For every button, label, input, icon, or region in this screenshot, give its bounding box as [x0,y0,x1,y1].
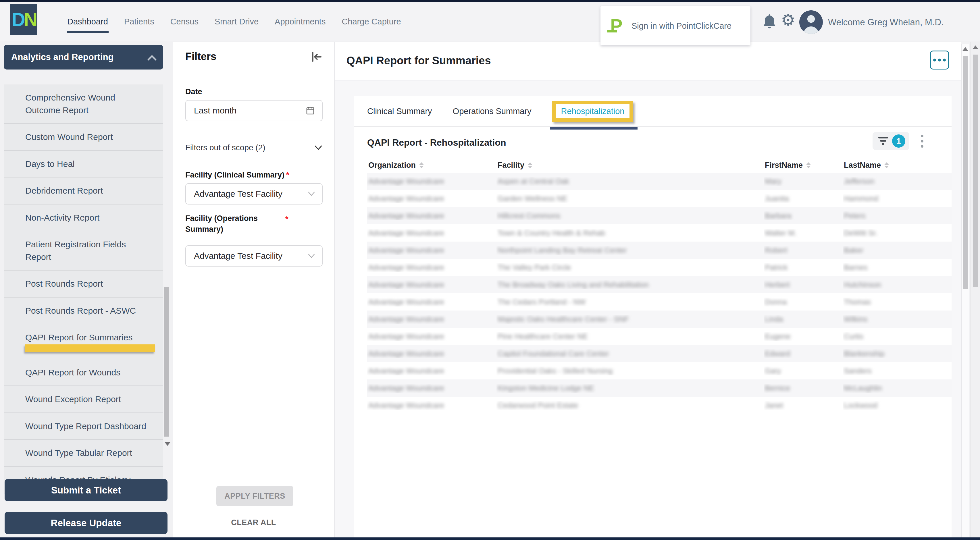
table-filter-button[interactable]: 1 [873,132,909,150]
column-header-organization[interactable]: Organization [367,161,496,170]
table-cell-lastname: Wilkins [843,315,951,324]
table-cell-lastname: Hutchinson [843,280,951,289]
table-row[interactable]: Advantage WoundcareCedarwood Point Estat… [367,397,951,414]
settings-gear-icon[interactable]: ⚙ [781,12,795,28]
filters-out-of-scope-toggle[interactable]: Filters out of scope (2) [185,143,323,152]
table-row[interactable]: Advantage WoundcareKingston Medicine Lod… [367,380,951,397]
nav-item-dashboard[interactable]: Dashboard [67,14,108,29]
sidebar-item-label: Post Rounds Report [25,279,103,288]
sidebar-item-wound-type-report-dashboard[interactable]: Wound Type Report Dashboard [4,413,163,440]
table-row[interactable]: Advantage WoundcareGarden Wellness NEJua… [367,190,951,207]
sidebar-scrollbar-thumb[interactable] [164,287,169,437]
table-row[interactable]: Advantage WoundcareThe Valley Park Circl… [367,259,951,276]
date-filter-input[interactable]: Last month [185,100,323,121]
table-cell-organization: Advantage Woundcare [367,263,496,272]
facility-clinical-select[interactable]: Advantage Test Facility [185,183,323,205]
sidebar-scroll-down-icon[interactable] [164,442,171,446]
table-row[interactable]: Advantage WoundcareHillcrest CommonsBarb… [367,207,951,224]
column-header-lastname[interactable]: LastName [843,161,951,170]
sidebar-item-days-to-heal[interactable]: Days to Heal [4,151,163,178]
more-options-button[interactable] [930,51,949,70]
table-row[interactable]: Advantage WoundcareMajestic Oaks Healthc… [367,310,951,328]
sidebar-section-analytics-reporting[interactable]: Analytics and Reporting [4,45,163,70]
table-cell-facility: Providential Oaks - Skilled Nursing [496,367,764,375]
sidebar-item-qapi-report-for-wounds[interactable]: QAPI Report for Wounds [4,359,163,386]
collapse-panel-icon[interactable] [310,51,323,63]
redacted-cell-text: Advantage Woundcare [368,384,444,392]
user-avatar[interactable] [799,10,823,34]
sidebar-item-comprehensive-wound-outcome-report[interactable]: Comprehensive Wound Outcome Report [4,84,163,124]
filter-count-badge: 1 [892,134,905,148]
table-row[interactable]: Advantage WoundcareProvidential Oaks - S… [367,362,951,380]
redacted-cell-text: Advantage Woundcare [368,280,444,289]
sidebar: Analytics and Reporting Comprehensive Wo… [0,42,173,537]
redacted-cell-text: Advantage Woundcare [368,332,444,341]
redacted-cell-text: McLaughlin [844,384,882,392]
redacted-cell-text: The Broadway Oaks Living and Rehabilitat… [498,280,649,289]
scroll-up-icon[interactable] [972,45,978,49]
apply-filters-button[interactable]: APPLY FILTERS [216,486,293,506]
redacted-cell-text: Advantage Woundcare [368,349,444,358]
table-row[interactable]: Advantage WoundcareAspen at Central OakM… [367,173,951,190]
table-row[interactable]: Advantage WoundcareCapitol Foundational … [367,345,951,362]
pointclickcare-signin-button[interactable]: P Sign in with PointClickCare [600,6,751,45]
tab-rehospitalization[interactable]: Rehospitalization [561,106,625,116]
required-asterisk: * [285,215,288,224]
sidebar-item-post-rounds-report[interactable]: Post Rounds Report [4,271,163,298]
submit-ticket-button[interactable]: Submit a Ticket [5,479,167,501]
table-cell-facility: Kingston Medicine Lodge NE [496,384,764,393]
content-scrollbar-thumb[interactable] [963,56,968,289]
sidebar-item-label: Non-Activity Report [25,213,99,222]
table-row[interactable]: Advantage WoundcareThe Broadway Oaks Liv… [367,276,951,293]
clear-all-button[interactable]: CLEAR ALL [173,518,334,527]
sidebar-item-qapi-report-for-summaries[interactable]: QAPI Report for Summaries [4,324,163,359]
bottom-edge-bar [0,537,980,540]
welcome-text: Welcome Greg Whelan, M.D. [828,17,944,28]
redacted-cell-text: Hutchinson [844,280,881,289]
nav-item-census[interactable]: Census [170,14,199,29]
tab-operations-summary[interactable]: Operations Summary [453,106,531,116]
redacted-cell-text: Advantage Woundcare [368,263,444,272]
sort-icon[interactable] [528,162,532,168]
tab-clinical-summary[interactable]: Clinical Summary [367,106,432,116]
filters-title: Filters [185,51,216,63]
page-scrollbar[interactable] [970,42,980,537]
facility-operations-select[interactable]: Advantage Test Facility [185,245,323,267]
main-nav: DashboardPatientsCensusSmart DriveAppoin… [67,2,402,41]
sidebar-item-non-activity-report[interactable]: Non-Activity Report [4,205,163,232]
sidebar-item-wound-type-tabular-report[interactable]: Wound Type Tabular Report [4,440,163,467]
sidebar-item-label: Wound Type Report Dashboard [25,421,146,431]
app-logo[interactable]: DN [10,4,37,35]
column-header-facility[interactable]: Facility [496,161,764,170]
table-row[interactable]: Advantage WoundcareTown & Country Health… [367,224,951,241]
table-cell-firstname: Janet [764,401,843,410]
sort-icon[interactable] [885,162,889,168]
page-scrollbar-thumb[interactable] [973,55,978,287]
table-menu-kebab-icon[interactable] [920,133,924,149]
content-scrollbar[interactable] [961,44,969,537]
nav-item-patients[interactable]: Patients [124,14,155,29]
table-cell-firstname: Barbara [764,211,843,220]
table-row[interactable]: Advantage WoundcarePine Healthcare Cente… [367,328,951,345]
chevron-up-icon [147,55,157,61]
sidebar-item-wound-exception-report[interactable]: Wound Exception Report [4,386,163,413]
nav-item-appointments[interactable]: Appointments [274,14,326,29]
column-header-firstname[interactable]: FirstName [764,161,843,170]
sort-icon[interactable] [419,162,424,168]
sidebar-item-post-rounds-report-aswc[interactable]: Post Rounds Report - ASWC [4,298,163,325]
top-navbar: DN DashboardPatientsCensusSmart DriveApp… [0,2,980,41]
sort-icon[interactable] [806,162,811,168]
notifications-bell-icon[interactable] [761,14,778,32]
nav-item-smart-drive[interactable]: Smart Drive [214,14,259,29]
table-row[interactable]: Advantage WoundcareNorthpoint Landing Ba… [367,241,951,259]
redacted-cell-text: Advantage Woundcare [368,401,444,410]
release-update-button[interactable]: Release Update [5,512,167,534]
sidebar-item-patient-registration-fields-report[interactable]: Patient Registration Fields Report [4,231,163,271]
table-cell-firstname: Robert [764,246,843,255]
table-row[interactable]: Advantage WoundcareThe Cedars Portland -… [367,293,951,310]
sidebar-item-custom-wound-report[interactable]: Custom Wound Report [4,124,163,151]
scroll-up-icon[interactable] [963,47,968,51]
sidebar-item-debridement-report[interactable]: Debridement Report [4,178,163,205]
nav-item-charge-capture[interactable]: Charge Capture [341,14,401,29]
report-table: OrganizationFacilityFirstNameLastName Ad… [367,158,951,414]
